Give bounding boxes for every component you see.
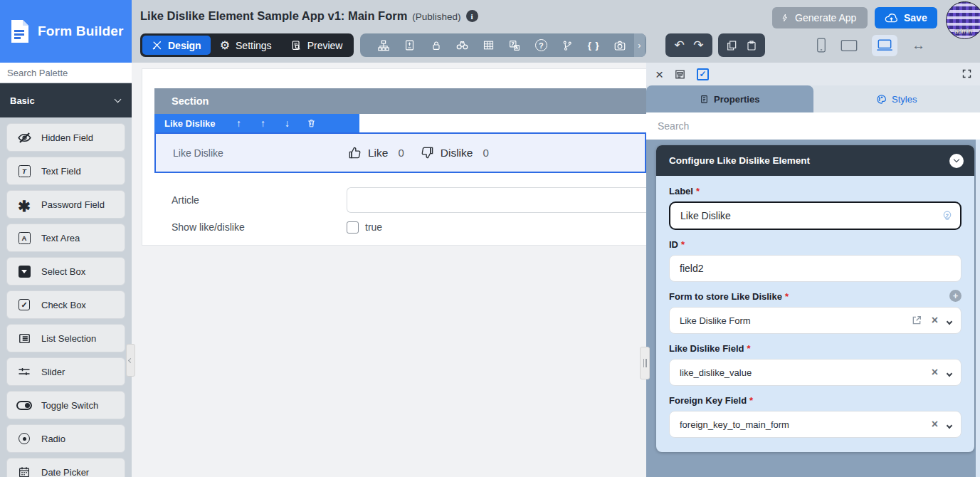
open-form-external-icon[interactable] bbox=[911, 315, 922, 326]
app-logo[interactable]: Form Builder bbox=[0, 0, 132, 63]
git-branch-icon[interactable] bbox=[555, 40, 579, 51]
palette-search-input[interactable] bbox=[0, 63, 132, 83]
show-like-dislike-checkbox[interactable] bbox=[347, 221, 359, 234]
lock-icon[interactable] bbox=[424, 40, 448, 51]
clear-selection-icon[interactable]: × bbox=[932, 315, 938, 326]
thumb-down-icon[interactable] bbox=[421, 146, 434, 159]
expand-panel-icon[interactable] bbox=[961, 68, 972, 79]
save-button[interactable]: Save bbox=[875, 7, 937, 28]
thumb-up-icon[interactable] bbox=[348, 146, 362, 159]
check-box-icon: ✓ bbox=[16, 299, 32, 310]
select-chevron-icon[interactable] bbox=[947, 418, 952, 431]
tab-design-label: Design bbox=[168, 40, 201, 51]
tab-properties-label: Properties bbox=[714, 94, 759, 105]
label-field-label: Label* bbox=[669, 186, 961, 196]
translate-field-icon[interactable] bbox=[942, 210, 953, 221]
palette-item-toggle-switch[interactable]: Toggle Switch bbox=[6, 391, 125, 419]
sitemap-icon[interactable] bbox=[372, 39, 396, 52]
undo-icon[interactable]: ↶ bbox=[675, 39, 685, 51]
section-element-icon[interactable] bbox=[674, 68, 686, 80]
list-selection-icon bbox=[16, 332, 32, 345]
like-label: Like bbox=[368, 147, 388, 159]
panel-scroll-gutter[interactable] bbox=[976, 140, 980, 477]
palette-item-check-box[interactable]: ✓ Check Box bbox=[6, 290, 125, 319]
help-icon[interactable]: ? bbox=[529, 39, 553, 51]
generate-app-button[interactable]: Generate App bbox=[772, 7, 868, 28]
select-chevron-icon[interactable] bbox=[947, 314, 952, 327]
properties-search-input[interactable] bbox=[646, 112, 980, 140]
form-section[interactable]: Section Like Dislike ↑ ↑ ↓ Like Dislike … bbox=[154, 88, 646, 238]
move-up-icon[interactable]: ↑ bbox=[253, 117, 274, 129]
add-form-icon[interactable]: + bbox=[949, 290, 961, 302]
sidebar-collapse-handle[interactable] bbox=[126, 344, 135, 377]
info-icon[interactable]: i bbox=[466, 10, 478, 22]
delete-element-icon[interactable] bbox=[301, 118, 322, 128]
phone-view-icon[interactable] bbox=[816, 38, 826, 53]
article-field-row: Article bbox=[154, 187, 646, 213]
responsive-width-icon[interactable]: ↔ bbox=[912, 38, 925, 53]
form-structure-icon[interactable] bbox=[398, 39, 422, 51]
undo-redo-group: ↶ ↷ bbox=[665, 33, 712, 57]
code-braces-icon[interactable]: { } bbox=[581, 40, 606, 51]
like-dislike-field-label: Like Dislike Field* bbox=[669, 343, 961, 354]
section-header[interactable]: Section bbox=[154, 88, 646, 114]
palette-group-basic[interactable]: Basic bbox=[0, 83, 132, 117]
palette-item-slider[interactable]: Slider bbox=[6, 357, 125, 386]
toolbar-overflow-button[interactable]: › bbox=[634, 33, 645, 57]
tab-preview[interactable]: Preview bbox=[281, 36, 352, 55]
form-builder-logo-icon bbox=[10, 20, 28, 43]
foreign-key-value: foreign_key_to_main_form bbox=[680, 419, 932, 430]
label-input[interactable] bbox=[669, 201, 961, 230]
select-chevron-icon[interactable] bbox=[947, 366, 952, 379]
tab-settings[interactable]: ⚙ Settings bbox=[211, 36, 281, 55]
snapshot-camera-icon[interactable] bbox=[608, 39, 632, 52]
translate-icon[interactable] bbox=[502, 39, 527, 52]
laptop-view-icon[interactable] bbox=[872, 35, 897, 56]
move-top-icon[interactable]: ↑ bbox=[228, 117, 250, 130]
paste-icon[interactable] bbox=[746, 40, 757, 51]
palette-sidebar: Basic Hidden Field T Text Field ✱ Passwo… bbox=[0, 63, 132, 477]
copy-icon[interactable] bbox=[726, 40, 737, 51]
like-dislike-field-select[interactable]: like_dislike_value × bbox=[669, 359, 961, 386]
form-to-store-field: Form to store Like Dislike* + Like Disli… bbox=[669, 291, 961, 334]
move-down-icon[interactable]: ↓ bbox=[277, 117, 298, 129]
foreign-key-select[interactable]: foreign_key_to_main_form × bbox=[669, 411, 961, 438]
panel-resize-handle[interactable] bbox=[640, 347, 650, 379]
mode-tabs: Design ⚙ Settings Preview bbox=[140, 33, 354, 57]
palette-item-text-area[interactable]: A Text Area bbox=[6, 224, 125, 252]
article-input[interactable] bbox=[347, 187, 646, 213]
clear-selection-icon[interactable]: × bbox=[932, 367, 938, 378]
tab-preview-label: Preview bbox=[307, 40, 343, 51]
binoculars-icon[interactable] bbox=[451, 38, 475, 52]
palette-item-select-box[interactable]: Select Box bbox=[6, 257, 125, 285]
redo-icon[interactable]: ↷ bbox=[693, 39, 703, 51]
collapse-card-icon[interactable] bbox=[949, 154, 964, 168]
data-table-icon[interactable] bbox=[477, 39, 501, 51]
close-icon[interactable]: × bbox=[655, 68, 663, 81]
tab-styles[interactable]: Styles bbox=[813, 85, 980, 112]
tablet-view-icon[interactable] bbox=[841, 39, 858, 52]
configure-element-card: Configure Like Dislike Element Label* bbox=[656, 145, 974, 452]
radio-icon bbox=[16, 433, 32, 444]
page-title: Like Dislike Element Sample App v1: Main… bbox=[140, 9, 407, 23]
tab-design[interactable]: Design bbox=[142, 36, 211, 55]
palette-item-date-picker[interactable]: Date Picker bbox=[6, 458, 125, 477]
configure-card-header[interactable]: Configure Like Dislike Element bbox=[656, 145, 974, 176]
tab-properties[interactable]: Properties bbox=[646, 85, 813, 112]
palette-item-hidden-field[interactable]: Hidden Field bbox=[6, 123, 125, 152]
like-dislike-field-value: like_dislike_value bbox=[680, 367, 932, 378]
clear-selection-icon[interactable]: × bbox=[932, 419, 938, 430]
palette-item-radio[interactable]: Radio bbox=[6, 424, 125, 453]
avatar[interactable]: admin bbox=[946, 1, 980, 39]
id-input[interactable] bbox=[669, 255, 961, 282]
like-dislike-element[interactable]: Like Dislike Like 0 Dislike 0 bbox=[154, 132, 646, 173]
palette-item-password-field[interactable]: ✱ Password Field bbox=[6, 190, 125, 219]
palette-item-label: Check Box bbox=[41, 300, 86, 310]
palette-item-list-selection[interactable]: List Selection bbox=[6, 324, 125, 352]
selected-checkbox-element-icon[interactable]: ✓ bbox=[697, 68, 709, 80]
cloud-upload-icon bbox=[885, 13, 898, 23]
tab-styles-label: Styles bbox=[892, 94, 917, 105]
dislike-count: 0 bbox=[483, 147, 488, 159]
form-to-store-select[interactable]: Like Dislike Form × bbox=[669, 307, 961, 334]
palette-item-text-field[interactable]: T Text Field bbox=[6, 157, 125, 185]
